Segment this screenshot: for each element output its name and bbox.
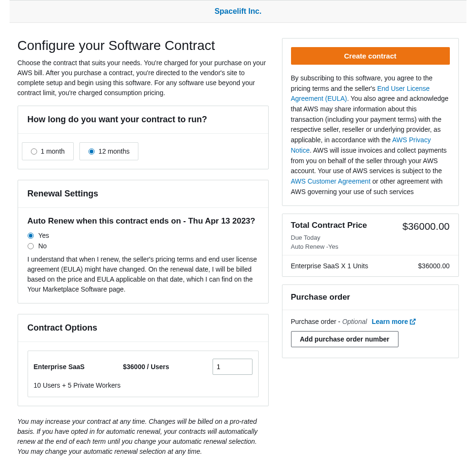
duration-option-12months[interactable]: 12 months (79, 142, 138, 160)
due-today-label: Due Today (291, 234, 450, 241)
contract-item-name: Enterprise SaaS (34, 363, 123, 371)
renewal-settings-card: Renewal Settings Auto Renew when this co… (18, 180, 269, 303)
duration-option-1month[interactable]: 1 month (22, 142, 74, 160)
footer-note: You may increase your contract at any ti… (18, 417, 269, 457)
contract-item-desc: 10 Users + 5 Private Workers (34, 381, 253, 389)
top-vendor-bar: Spacelift Inc. (10, 0, 466, 23)
renewal-yes-label: Yes (39, 232, 49, 239)
left-column: Configure your Software Contract Choose … (18, 38, 269, 457)
renewal-yes-radio[interactable] (28, 233, 34, 239)
po-optional: Optional (342, 318, 367, 325)
price-title: Total Contract Price (291, 221, 367, 230)
renewal-title: Renewal Settings (28, 189, 259, 199)
renewal-no-radio[interactable] (28, 243, 34, 249)
contract-item-row: Enterprise SaaS $36000 / Users (34, 359, 253, 375)
contract-item-price: $36000 / Users (123, 363, 213, 371)
price-summary-card: Total Contract Price $36000.00 Due Today… (282, 214, 459, 277)
create-contract-button[interactable]: Create contract (291, 47, 450, 65)
renewal-no-label: No (39, 242, 47, 250)
contract-item: Enterprise SaaS $36000 / Users 10 Users … (28, 351, 259, 397)
duration-radio-12months[interactable] (88, 148, 95, 155)
price-line-item: Enterprise SaaS X 1 Units $36000.00 (282, 255, 458, 276)
contract-options-card: Contract Options Enterprise SaaS $36000 … (18, 314, 269, 406)
right-column: Create contract By subscribing to this s… (282, 38, 459, 366)
line-item-amount: $36000.00 (418, 262, 449, 270)
price-amount: $36000.00 (402, 221, 449, 232)
options-header: Contract Options (18, 314, 268, 342)
renewal-note: I understand that when I renew, the sell… (28, 254, 259, 294)
vendor-link[interactable]: Spacelift Inc. (214, 7, 262, 15)
duration-radio-1month[interactable] (31, 148, 37, 155)
renewal-question: Auto Renew when this contract ends on - … (28, 216, 259, 226)
options-body: Enterprise SaaS $36000 / Users 10 Users … (18, 342, 268, 406)
duration-options: 1 month 12 months (18, 134, 268, 169)
price-row: Total Contract Price $36000.00 (291, 221, 450, 232)
renewal-no-row[interactable]: No (28, 242, 259, 250)
learn-more-text: Learn more (372, 318, 408, 325)
create-contract-card: Create contract By subscribing to this s… (282, 38, 459, 206)
duration-header: How long do you want your contract to ru… (18, 106, 268, 134)
page-title: Configure your Software Contract (18, 38, 269, 53)
add-purchase-order-button[interactable]: Add purchase order number (291, 331, 398, 347)
po-label-row: Purchase order - Optional Learn more (291, 318, 450, 326)
auto-renew-label: Auto Renew -Yes (291, 243, 450, 250)
customer-agreement-link[interactable]: AWS Customer Agreement (291, 177, 371, 185)
quantity-input[interactable] (213, 359, 253, 375)
renewal-header: Renewal Settings (18, 180, 268, 208)
external-link-icon (409, 318, 416, 326)
purchase-order-card: Purchase order Purchase order - Optional… (282, 284, 459, 358)
contract-duration-card: How long do you want your contract to ru… (18, 106, 269, 169)
po-title: Purchase order (282, 285, 458, 310)
price-header: Total Contract Price $36000.00 Due Today… (282, 214, 458, 255)
renewal-yes-row[interactable]: Yes (28, 232, 259, 239)
duration-label-1month: 1 month (41, 147, 65, 155)
subscribe-text: By subscribing to this software, you agr… (282, 73, 458, 205)
learn-more-link[interactable]: Learn more (372, 318, 416, 325)
duration-label-12months: 12 months (98, 147, 129, 155)
po-label: Purchase order - (291, 318, 342, 325)
duration-title: How long do you want your contract to ru… (28, 115, 259, 125)
renewal-body: Auto Renew when this contract ends on - … (18, 208, 268, 303)
line-item-label: Enterprise SaaS X 1 Units (291, 262, 369, 270)
options-title: Contract Options (28, 323, 259, 333)
subscribe-part3: . AWS will issue invoices and collect pa… (291, 147, 447, 175)
intro-text: Choose the contract that suits your need… (18, 58, 269, 98)
po-body: Purchase order - Optional Learn more Add… (282, 310, 458, 358)
